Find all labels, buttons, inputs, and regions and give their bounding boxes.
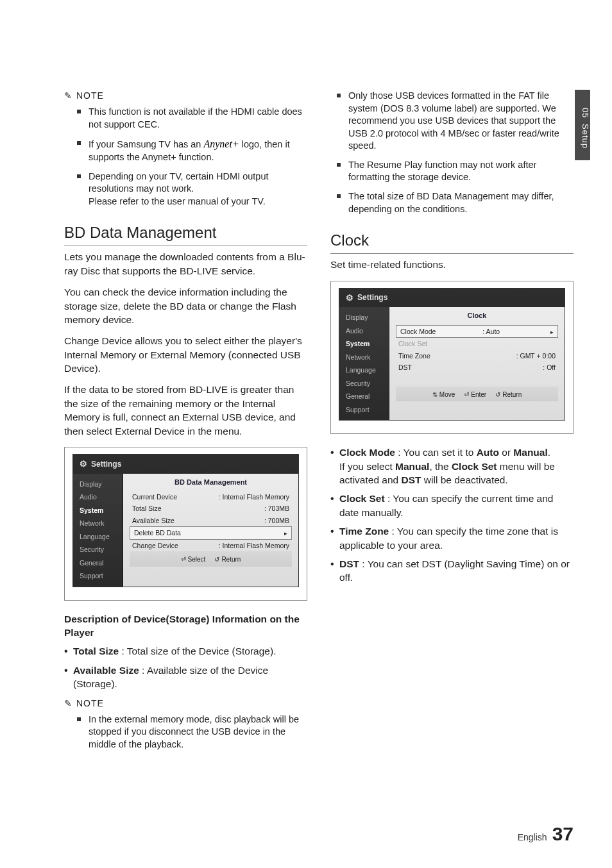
paragraph: You can check the device information inc… [64,285,307,326]
side-tab-label: Setup [581,124,590,149]
section-heading-bd: BD Data Management [64,222,307,246]
note-heading: ✎ NOTE [64,697,307,710]
ss-row-key: Clock Set [398,339,427,348]
note-item: The Resume Play function may not work af… [348,159,574,184]
chevron-right-icon [280,528,287,537]
ss-nav-item: Network [73,517,123,530]
note-list-continued: Only those USB devices formatted in the … [330,90,574,215]
ss-footer-select: Select [181,555,206,564]
left-column: ✎ NOTE This function is not available if… [64,90,307,760]
ss-row-key: Time Zone [398,351,430,360]
bullet-item: Time Zone : You can specify the time zon… [339,524,574,552]
ss-nav-item: Security [73,543,123,556]
ss-nav-item: Audio [73,490,123,503]
ss-row-selected: Clock Mode: Auto [396,325,558,338]
ss-main-title: BD Data Management [130,478,292,487]
ss-row: Total Size: 703MB [130,503,292,514]
bullet-bold: Total Size [73,646,119,656]
ss-row-key: Current Device [132,492,177,501]
ss-row-val: : Off [543,363,556,372]
note-item: Depending on your TV, certain HDMI outpu… [89,171,307,208]
ss-row-val: : Internal Flash Memory [219,541,289,550]
ss-nav-item: Support [339,403,389,416]
ss-footer-move: Move [432,390,455,399]
ss-footer-return: Return [495,390,522,399]
bullet-text: : You can set DST (Daylight Saving Time)… [339,558,570,583]
side-tab-number: 05 [581,108,590,118]
ss-nav-item: Language [339,363,389,376]
footer-page-number: 37 [552,823,574,845]
ss-window: Settings Display Audio System Network La… [72,454,299,587]
note-label: NOTE [76,697,104,710]
bullet-text: or [499,447,513,458]
gear-icon [346,292,353,304]
bullet-text: : Total size of the Device (Storage). [119,646,276,656]
bullet-bold: DST [339,558,359,569]
ss-row-key: Available Size [132,516,174,525]
note-item: This function is not available if the HD… [89,106,307,131]
bullet-bold: Auto [477,447,499,458]
page: 05 Setup ✎ NOTE This function is not ava… [0,0,612,868]
subheading: Description of Device(Storage) Informati… [64,612,307,640]
bullet-list-clock: Clock Mode : You can set it to Auto or M… [330,446,574,584]
paragraph: Lets you manage the downloaded contents … [64,250,307,278]
right-column: Only those USB devices formatted in the … [330,90,574,760]
settings-screenshot-clock: Settings Display Audio System Network La… [330,281,574,435]
ss-nav-item: Network [339,351,389,363]
ss-main-title: Clock [396,311,558,321]
ss-title-text: Settings [357,292,387,303]
ss-body: Display Audio System Network Language Se… [73,474,298,587]
ss-row-val: : GMT + 0:00 [516,351,556,360]
columns: ✎ NOTE This function is not available if… [64,90,574,760]
bullet-bold: Clock Mode [339,447,395,458]
note-icon: ✎ [64,90,72,102]
bullet-item: Total Size : Total size of the Device (S… [73,644,307,658]
ss-row-key: Total Size [132,504,162,513]
note-list-1: This function is not available if the HD… [64,106,307,208]
paragraph: Change Device allows you to select eithe… [64,334,307,375]
ss-row-val: : 700MB [264,516,289,525]
ss-row-selected: Delete BD Data [130,526,292,539]
ss-window: Settings Display Audio System Network La… [339,288,565,421]
footer-language: English [518,832,547,842]
ss-row-key: Delete BD Data [134,528,181,537]
ss-nav-item: Security [339,377,389,390]
note-item: If your Samsung TV has an Anynet+ logo, … [89,137,307,163]
paragraph: If the data to be stored from BD-LIVE is… [64,383,307,438]
bullet-item: Available Size : Available size of the D… [73,664,307,691]
ss-footer: Move Enter Return [396,387,558,402]
ss-titlebar: Settings [339,288,565,308]
ss-row: Current Device: Internal Flash Memory [130,491,292,503]
gear-icon [80,458,87,470]
note-label: NOTE [76,90,104,102]
ss-row: Time Zone: GMT + 0:00 [396,350,558,362]
ss-footer: Select Return [130,551,292,567]
ss-nav-item: System [339,337,389,350]
ss-row-key: DST [398,363,412,372]
ss-row: DST: Off [396,362,558,373]
bullet-item: Clock Set : You can specify the current … [339,492,574,519]
ss-main: Clock Clock Mode: Auto Clock Set Time Zo… [389,307,565,420]
bullet-extra: If you select Manual, the Clock Set menu… [339,461,555,485]
note-heading: ✎ NOTE [64,90,307,102]
note-item: The total size of BD Data Management may… [348,190,574,215]
ss-nav-item: System [73,504,123,517]
ss-row-key: Clock Mode [400,327,436,336]
bullet-bold: Available Size [73,665,139,676]
anynet-logo: Anynet+ [203,138,239,149]
ss-row-val: : Internal Flash Memory [219,492,289,501]
ss-row-val: : 703MB [264,504,289,513]
bullet-bold: Clock Set [339,493,385,504]
settings-screenshot-bd: Settings Display Audio System Network La… [64,447,307,601]
bullet-bold: Manual [513,447,547,458]
section-heading-clock: Clock [330,230,574,254]
bullet-bold: Time Zone [339,526,389,537]
ss-body: Display Audio System Network Language Se… [339,307,565,420]
ss-nav-item: Display [339,311,389,324]
ss-nav-item: Support [73,569,123,582]
bullet-text: : You can set it to [395,447,477,458]
bullet-item: DST : You can set DST (Daylight Saving T… [339,557,574,585]
ss-nav-item: Audio [339,324,389,337]
ss-row-key: Change Device [132,541,178,550]
paragraph: Set time-related functions. [330,258,574,271]
